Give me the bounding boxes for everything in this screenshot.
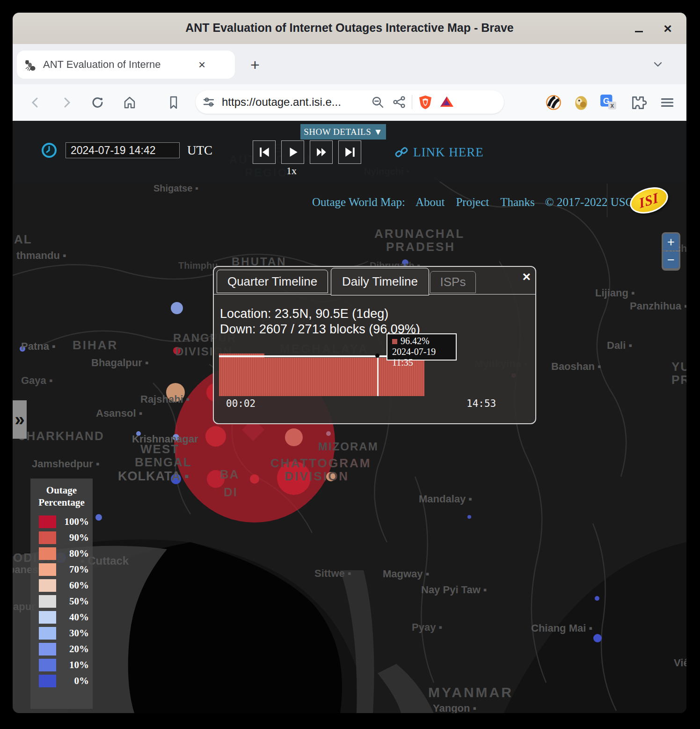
legend-label: 10%: [69, 659, 89, 671]
outage-bubble-inner[interactable]: [285, 428, 303, 446]
map-label-vi: Viê: [674, 657, 686, 669]
zoom-out-button[interactable]: −: [663, 251, 679, 268]
map-label-shigatse: Shigatse ▪: [153, 183, 198, 194]
menu-hamburger-icon[interactable]: [658, 94, 676, 111]
legend-row-80%: 80%: [30, 546, 93, 562]
map-label-bihar: BIHAR: [73, 338, 118, 353]
zoom-page-icon[interactable]: [371, 95, 385, 109]
outage-world-map[interactable]: TIBETAUTONOMOUSREGIONNyingchi ▪Shigatse …: [13, 121, 686, 713]
sidebar-expand-handle[interactable]: »: [13, 400, 27, 439]
skip-to-start-button[interactable]: [253, 140, 276, 164]
legend-swatch: [39, 675, 56, 687]
map-label-nay-pyi-taw: Nay Pyi Taw ▪: [421, 584, 487, 596]
legend-label: 80%: [69, 548, 89, 560]
map-label-baoshan: Baoshan ▪: [551, 361, 601, 373]
browser-tab[interactable]: ANT Evaluation of Interne ×: [17, 51, 235, 79]
tab-search-chevron-icon[interactable]: [652, 58, 664, 70]
legend-row-60%: 60%: [30, 578, 93, 594]
legend-label: 20%: [69, 643, 89, 655]
privacy-badger-extension-icon[interactable]: [545, 94, 562, 111]
google-translate-extension-icon[interactable]: G x: [599, 94, 617, 111]
axis-start-label: 00:02: [226, 398, 255, 409]
legend-label: 60%: [69, 580, 89, 591]
extensions-puzzle-icon[interactable]: [629, 94, 647, 111]
skip-to-end-button[interactable]: [338, 140, 361, 164]
map-label-thmandu: thmandu ▪: [16, 250, 66, 262]
legend-swatch: [39, 643, 56, 655]
brave-shields-icon[interactable]: [418, 95, 433, 110]
header-link-thanks[interactable]: Thanks: [500, 196, 535, 209]
bookmark-icon[interactable]: [166, 95, 182, 110]
map-label-pro: PRO: [671, 373, 686, 387]
zoom-in-button[interactable]: +: [663, 234, 679, 250]
outage-bubble-inner[interactable]: [250, 474, 259, 484]
home-icon[interactable]: [122, 95, 138, 110]
url-bar[interactable]: https://outage.ant.isi.e...: [196, 90, 504, 114]
reload-icon[interactable]: [90, 95, 106, 110]
tab-quarter-timeline[interactable]: Quarter Timeline: [217, 270, 328, 293]
site-settings-icon[interactable]: [202, 96, 215, 109]
outage-bubble-inner[interactable]: [205, 426, 226, 447]
monkey-extension-icon[interactable]: [572, 94, 590, 111]
outage-dot[interactable]: [95, 514, 102, 521]
map-label-division: DIVISION: [284, 469, 349, 484]
timeline-cursor[interactable]: [377, 355, 379, 396]
share-icon[interactable]: [392, 95, 406, 109]
speed-label: 1x: [286, 165, 297, 177]
map-label-bengal: BENGAL: [135, 455, 192, 470]
map-label-di: DI: [224, 485, 238, 500]
map-zoom-control: + −: [662, 232, 680, 271]
header-link-about[interactable]: About: [416, 196, 445, 209]
legend-row-0%: 0%: [30, 673, 93, 689]
play-button[interactable]: [281, 140, 304, 164]
brave-rewards-bat-icon[interactable]: [439, 95, 454, 110]
legend-swatch: [39, 531, 56, 544]
isi-logo[interactable]: ISI: [627, 185, 670, 214]
legend-label: 100%: [65, 516, 89, 528]
svg-text:x: x: [611, 102, 614, 109]
map-label-pradesh: PRADESH: [386, 240, 455, 254]
site-header: Outage World Map: AboutProjectThanks © 2…: [312, 196, 633, 209]
location-details-panel: Quarter Timeline Daily Timeline ISPs × L…: [213, 266, 536, 424]
map-label-west: WEST: [140, 442, 179, 457]
map-label-lijiang: Lijiang ▪: [595, 287, 635, 299]
map-label-kolkata: KOLKATA ▪: [118, 469, 190, 484]
close-window-button[interactable]: ×: [658, 19, 677, 38]
panel-close-icon[interactable]: ×: [522, 270, 531, 284]
tooltip-timestamp: 2024-07-19 11:35: [392, 346, 456, 368]
link-chain-icon: [394, 146, 408, 160]
browser-toolbar: https://outage.ant.isi.e...: [13, 84, 686, 121]
legend-swatch: [39, 515, 56, 528]
tab-daily-timeline[interactable]: Daily Timeline: [331, 268, 429, 295]
tab-isps[interactable]: ISPs: [430, 271, 476, 293]
outage-dot[interactable]: [326, 431, 331, 436]
outage-dot[interactable]: [467, 515, 471, 519]
outage-dot[interactable]: [593, 634, 602, 642]
legend-label: 50%: [69, 596, 89, 607]
legend-label: 70%: [69, 564, 89, 575]
link-here-button[interactable]: LINK HERE: [394, 145, 484, 160]
title-bar: ANT Evaluation of Internet Outages Inter…: [13, 13, 686, 44]
outage-dot[interactable]: [171, 302, 183, 314]
outage-dot[interactable]: [595, 596, 599, 601]
fast-forward-button[interactable]: [310, 140, 333, 164]
legend-title: Outage Percentage: [30, 479, 93, 508]
tab-close-icon[interactable]: ×: [198, 59, 205, 71]
tab-title: ANT Evaluation of Interne: [43, 59, 197, 71]
map-label-yangon: Yangon ▪: [433, 702, 476, 713]
legend-row-90%: 90%: [30, 530, 93, 546]
window-title: ANT Evaluation of Internet Outages Inter…: [13, 21, 686, 35]
new-tab-button[interactable]: +: [247, 56, 263, 73]
minimize-button[interactable]: [629, 19, 648, 38]
map-control-bar: SHOW DETAILS ▼ UTC 1x LINK HERE: [13, 121, 686, 182]
map-label-pyay: Pyay ▪: [412, 621, 442, 633]
datetime-input[interactable]: [66, 142, 180, 158]
back-icon[interactable]: [27, 95, 43, 110]
map-label-gaya: Gaya ▪: [21, 375, 53, 387]
forward-icon[interactable]: [59, 95, 75, 110]
header-link-project[interactable]: Project: [456, 196, 489, 209]
show-details-button[interactable]: SHOW DETAILS ▼: [300, 124, 386, 140]
map-label-chiang-mai: Chiang Mai ▪: [531, 622, 592, 634]
legend-label: 0%: [74, 675, 89, 687]
legend-label: 30%: [69, 627, 89, 639]
